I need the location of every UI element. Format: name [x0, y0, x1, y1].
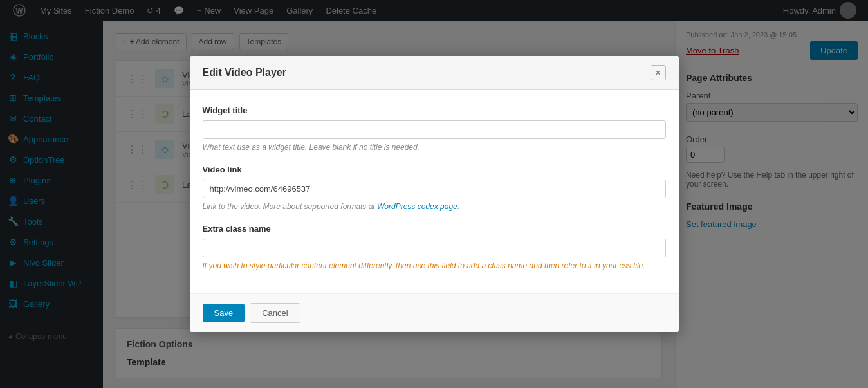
modal-header: Edit Video Player × — [190, 56, 679, 90]
widget-title-input[interactable] — [203, 120, 666, 139]
video-link-label: Video link — [203, 165, 666, 174]
modal-body: Widget title What text use as a widget t… — [190, 90, 679, 293]
modal-close-button[interactable]: × — [651, 65, 666, 80]
widget-title-group: Widget title What text use as a widget t… — [203, 106, 666, 152]
wordpress-codex-link[interactable]: WordPress codex page — [377, 202, 457, 211]
video-link-hint: Link to the video. More about supported … — [203, 202, 666, 211]
modal-backdrop: Edit Video Player × Widget title What te… — [0, 0, 868, 388]
save-button[interactable]: Save — [203, 304, 245, 322]
video-link-input[interactable] — [203, 180, 666, 198]
extra-class-name-input[interactable] — [203, 239, 666, 257]
extra-class-name-hint: If you wish to style particular content … — [203, 261, 666, 270]
video-link-group: Video link Link to the video. More about… — [203, 165, 666, 211]
extra-class-name-label: Extra class name — [203, 224, 666, 234]
modal-footer: Save Cancel — [190, 293, 679, 332]
edit-video-player-modal: Edit Video Player × Widget title What te… — [190, 56, 679, 332]
modal-title: Edit Video Player — [203, 67, 286, 79]
widget-title-label: Widget title — [203, 106, 666, 115]
extra-class-name-group: Extra class name If you wish to style pa… — [203, 224, 666, 270]
widget-title-hint: What text use as a widget title. Leave b… — [203, 143, 666, 152]
cancel-button[interactable]: Cancel — [250, 303, 300, 323]
